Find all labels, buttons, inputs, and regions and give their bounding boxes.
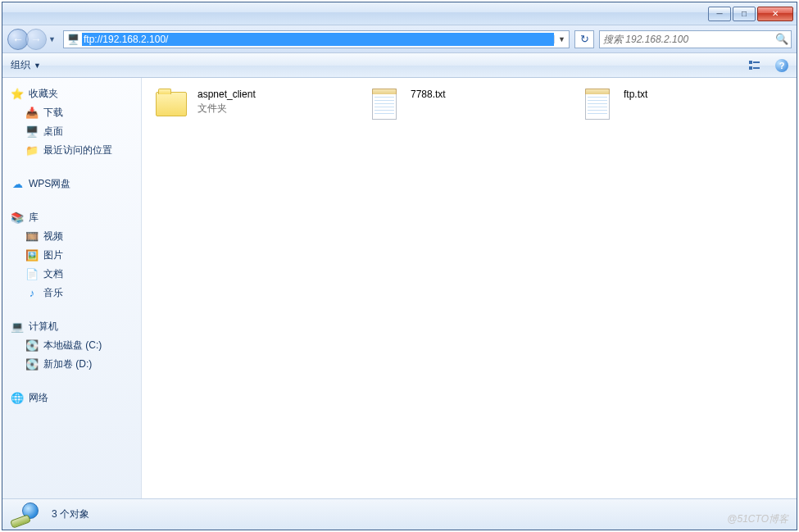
refresh-icon: ↻ — [580, 33, 589, 45]
favorites-group: ⭐ 收藏夹 📥 下载 🖥️ 桌面 📁 最近访问的位置 — [2, 84, 141, 160]
list-item[interactable]: 7788.txt — [366, 88, 555, 120]
network-group: 🌐 网络 — [2, 389, 141, 407]
ftp-site-icon: 🖥️ — [66, 32, 80, 47]
svg-rect-3 — [753, 67, 760, 69]
status-bar: 3 个对象 — [2, 498, 797, 530]
maximize-button[interactable]: □ — [733, 7, 756, 21]
network-header[interactable]: 🌐 网络 — [2, 389, 141, 407]
sidebar-item-desktop[interactable]: 🖥️ 桌面 — [2, 122, 141, 141]
libraries-header[interactable]: 📚 库 — [2, 208, 141, 227]
watermark: @51CTO博客 — [727, 512, 788, 526]
libraries-icon: 📚 — [11, 211, 24, 225]
navigation-bar: ← → ▼ 🖥️ ftp://192.168.2.100/ ▼ ↻ 🔍 — [2, 25, 797, 53]
drive-icon: 💽 — [25, 339, 39, 352]
forward-button[interactable]: → — [25, 29, 47, 50]
folder-icon — [153, 88, 189, 120]
favorites-label: 收藏夹 — [29, 87, 58, 101]
search-icon[interactable]: 🔍 — [773, 33, 791, 45]
network-icon: 🌐 — [11, 392, 24, 405]
text-file-icon — [579, 88, 615, 120]
list-item[interactable]: aspnet_client 文件夹 — [153, 88, 342, 120]
sidebar-item-drive-d[interactable]: 💽 新加卷 (D:) — [2, 355, 141, 374]
sidebar-item-documents[interactable]: 📄 文档 — [2, 265, 141, 284]
svg-rect-2 — [749, 66, 752, 70]
item-name: 7788.txt — [411, 88, 446, 102]
chevron-down-icon: ▼ — [34, 61, 41, 70]
view-options-button[interactable] — [749, 58, 764, 73]
arrow-left-icon: ← — [12, 33, 24, 46]
item-name: ftp.txt — [624, 88, 647, 102]
videos-icon: 🎞️ — [25, 230, 39, 243]
wps-group: ☁ WPS网盘 — [2, 175, 141, 193]
documents-icon: 📄 — [25, 268, 39, 281]
desktop-icon: 🖥️ — [25, 125, 39, 139]
libraries-group: 📚 库 🎞️ 视频 🖼️ 图片 📄 文档 ♪ 音乐 — [2, 208, 141, 302]
svg-rect-1 — [753, 61, 760, 63]
recent-places-icon: 📁 — [25, 144, 39, 157]
sidebar-item-videos[interactable]: 🎞️ 视频 — [2, 227, 141, 246]
explorer-window: ─ □ ✕ ← → ▼ 🖥️ ftp://192.168.2.100/ ▼ ↻ … — [2, 2, 797, 530]
downloads-icon: 📥 — [25, 107, 39, 120]
address-text[interactable]: ftp://192.168.2.100/ — [82, 33, 554, 46]
search-box[interactable]: 🔍 — [599, 30, 792, 48]
views-icon — [749, 60, 764, 71]
music-icon: ♪ — [25, 287, 39, 300]
titlebar: ─ □ ✕ — [2, 2, 797, 25]
svg-rect-0 — [749, 61, 752, 64]
file-list[interactable]: aspnet_client 文件夹 7788.txt ftp.txt — [142, 78, 797, 498]
command-bar: 组织 ▼ ? — [2, 53, 797, 78]
help-button[interactable]: ? — [775, 59, 788, 72]
navigation-pane: ⭐ 收藏夹 📥 下载 🖥️ 桌面 📁 最近访问的位置 ☁ — [2, 78, 142, 498]
computer-icon: 💻 — [11, 321, 24, 334]
cloud-icon: ☁ — [11, 178, 24, 191]
status-text: 3 个对象 — [52, 507, 89, 521]
pictures-icon: 🖼️ — [25, 249, 39, 262]
ftp-connection-icon — [11, 502, 40, 527]
main-area: ⭐ 收藏夹 📥 下载 🖥️ 桌面 📁 最近访问的位置 ☁ — [2, 78, 797, 498]
sidebar-item-music[interactable]: ♪ 音乐 — [2, 284, 141, 302]
list-item[interactable]: ftp.txt — [579, 88, 768, 120]
sidebar-item-pictures[interactable]: 🖼️ 图片 — [2, 246, 141, 265]
item-name: aspnet_client — [197, 88, 256, 102]
organize-menu[interactable]: 组织 ▼ — [11, 58, 41, 72]
item-type: 文件夹 — [197, 102, 256, 116]
sidebar-item-recent[interactable]: 📁 最近访问的位置 — [2, 141, 141, 160]
arrow-right-icon: → — [30, 33, 42, 46]
text-file-icon — [366, 88, 402, 120]
sidebar-item-downloads[interactable]: 📥 下载 — [2, 103, 141, 122]
close-button[interactable]: ✕ — [757, 7, 793, 21]
computer-header[interactable]: 💻 计算机 — [2, 317, 141, 336]
address-dropdown[interactable]: ▼ — [554, 35, 569, 43]
minimize-button[interactable]: ─ — [708, 7, 731, 21]
nav-buttons: ← → ▼ — [7, 28, 58, 51]
computer-group: 💻 计算机 💽 本地磁盘 (C:) 💽 新加卷 (D:) — [2, 317, 141, 374]
nav-history-dropdown[interactable]: ▼ — [48, 35, 57, 43]
search-input[interactable] — [600, 34, 773, 45]
organize-label: 组织 — [11, 58, 30, 72]
star-icon: ⭐ — [11, 88, 24, 101]
sidebar-item-wps[interactable]: ☁ WPS网盘 — [2, 175, 141, 193]
drive-icon: 💽 — [25, 358, 39, 371]
favorites-header[interactable]: ⭐ 收藏夹 — [2, 84, 141, 103]
address-bar[interactable]: 🖥️ ftp://192.168.2.100/ ▼ — [63, 30, 570, 48]
refresh-button[interactable]: ↻ — [574, 30, 594, 48]
sidebar-item-drive-c[interactable]: 💽 本地磁盘 (C:) — [2, 336, 141, 355]
